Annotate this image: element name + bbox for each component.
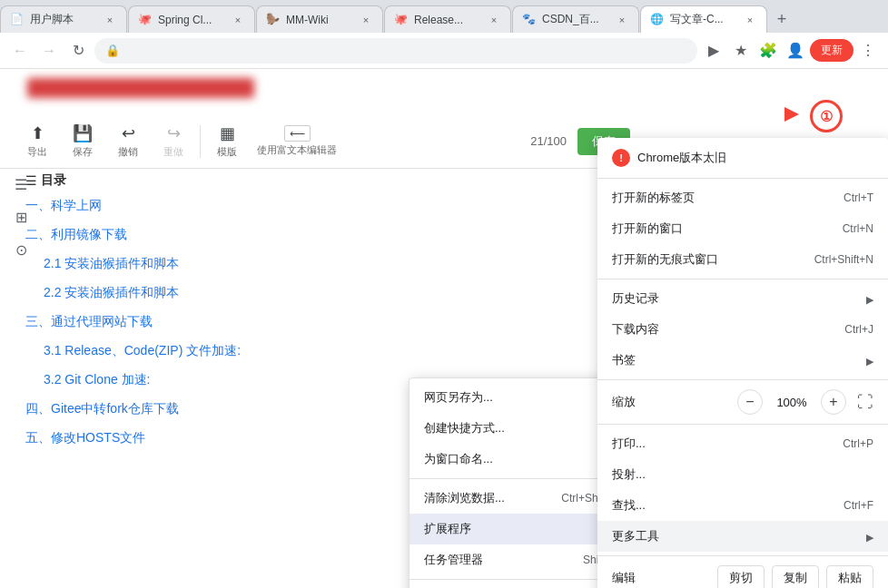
toc-item-3[interactable]: 三、通过代理网站下载 <box>25 314 241 330</box>
tab-title-1: 用户脚本 <box>30 12 97 27</box>
toc-subitem-3[interactable]: 3.1 Release、Code(ZIP) 文件加速: <box>44 343 241 359</box>
address-bar[interactable]: 🔒 <box>94 38 697 64</box>
export-button[interactable]: ⬆ 导出 <box>15 120 60 162</box>
chrome-incognito[interactable]: 打开新的无痕式窗口 Ctrl+Shift+N <box>597 244 888 275</box>
browser-chrome: 📄 用户脚本 × 🐙 Spring Cl... × 🦫 MM-Wiki × 🐙 … <box>0 0 888 69</box>
chrome-history-arrow <box>866 292 873 306</box>
save-toolbar-button[interactable]: 💾 保存 <box>60 120 105 162</box>
toc-subitem-2[interactable]: 2.2 安装油猴插件和脚本 <box>44 285 241 301</box>
tab-close-2[interactable]: × <box>231 13 245 27</box>
tab-4[interactable]: 🐙 Release... × <box>384 5 511 33</box>
chrome-find[interactable]: 查找... Ctrl+F <box>597 490 888 521</box>
export-icon: ⬆ <box>31 123 44 143</box>
extensions-button[interactable]: 🧩 <box>755 38 781 64</box>
chrome-bookmarks-label: 书签 <box>612 352 636 368</box>
tab-close-5[interactable]: × <box>615 13 629 27</box>
chrome-print-shortcut: Ctrl+P <box>843 437 873 450</box>
ctx-task-manager-label: 任务管理器 <box>424 552 483 568</box>
chrome-incognito-shortcut: Ctrl+Shift+N <box>814 253 873 266</box>
zoom-fullscreen-button[interactable]: ⛶ <box>857 393 873 412</box>
chrome-menu-sep-1 <box>597 178 888 179</box>
editor-mode-label: 使用富文本编辑器 <box>257 143 337 157</box>
annotation-circle-1: ① <box>810 100 843 132</box>
tab-add-button[interactable]: + <box>768 5 795 33</box>
chrome-history[interactable]: 历史记录 <box>597 283 888 314</box>
refresh-button[interactable]: ↻ <box>65 38 91 64</box>
redo-label: 重做 <box>163 145 183 159</box>
cut-button[interactable]: 剪切 <box>717 565 765 588</box>
chrome-menu: ! Chrome版本太旧 打开新的标签页 Ctrl+T 打开新的窗口 Ctrl+… <box>597 138 888 588</box>
tab-6[interactable]: 🌐 写文章-C... × <box>640 5 767 33</box>
menu-button[interactable]: ⋮ <box>855 38 881 64</box>
article-toolbar: ⬆ 导出 💾 保存 ↩ 撤销 ↪ 重做 ▦ 模版 ⟵ 使用富文本编辑器 21/1… <box>0 114 645 169</box>
tab-1[interactable]: 📄 用户脚本 × <box>0 5 127 33</box>
undo-label: 撤销 <box>118 145 138 159</box>
toc-item-4[interactable]: 四、Gitee中转fork仓库下载 <box>25 401 241 417</box>
chrome-find-label: 查找... <box>612 497 646 514</box>
chrome-downloads-shortcut: Ctrl+J <box>844 323 873 336</box>
chrome-more-tools[interactable]: 更多工具 <box>597 521 888 552</box>
chrome-cast[interactable]: 投射... <box>597 459 888 490</box>
chrome-version-icon: ! <box>612 149 630 167</box>
chrome-new-window-shortcut: Ctrl+N <box>843 222 873 235</box>
chrome-menu-sep-4 <box>597 424 888 425</box>
template-button[interactable]: ▦ 模版 <box>204 120 250 162</box>
ctx-create-shortcut-label: 创建快捷方式... <box>424 420 505 436</box>
toc-title: 目录 <box>41 172 66 189</box>
chrome-more-tools-label: 更多工具 <box>612 528 659 544</box>
profile-button[interactable]: 👤 <box>783 38 808 64</box>
chrome-downloads[interactable]: 下载内容 Ctrl+J <box>597 314 888 345</box>
ctx-extensions-label: 扩展程序 <box>424 521 471 537</box>
undo-icon: ↩ <box>122 123 135 143</box>
paste-button[interactable]: 粘贴 <box>826 565 873 588</box>
chrome-new-tab[interactable]: 打开新的标签页 Ctrl+T <box>597 182 888 213</box>
tab-3[interactable]: 🦫 MM-Wiki × <box>256 5 383 33</box>
undo-button[interactable]: ↩ 撤销 <box>105 120 151 162</box>
tab-close-4[interactable]: × <box>487 13 501 27</box>
tab-icon-3: 🦫 <box>266 13 281 27</box>
tab-bar: 📄 用户脚本 × 🐙 Spring Cl... × 🦫 MM-Wiki × 🐙 … <box>0 0 888 33</box>
zoom-out-button[interactable]: − <box>737 389 763 415</box>
arrow-annotation-1 <box>784 107 799 122</box>
copy-button[interactable]: 复制 <box>772 565 819 588</box>
tab-close-1[interactable]: × <box>103 13 117 27</box>
edit-buttons: 剪切 复制 粘贴 <box>717 565 873 588</box>
toc-subitem-4[interactable]: 3.2 Git Clone 加速: <box>44 372 241 388</box>
save-icon: 💾 <box>73 123 93 143</box>
chrome-print[interactable]: 打印... Ctrl+P <box>597 428 888 459</box>
back-button[interactable]: ← <box>7 38 33 64</box>
ctx-clear-data-label: 清除浏览数据... <box>424 490 505 506</box>
save-toolbar-label: 保存 <box>73 145 93 159</box>
bookmark-button[interactable]: ★ <box>728 38 754 64</box>
tab-5[interactable]: 🐾 CSDN_百... × <box>512 5 639 33</box>
editor-mode-button[interactable]: ⟵ 使用富文本编辑器 <box>250 122 344 161</box>
ctx-name-window-label: 为窗口命名... <box>424 451 493 467</box>
chrome-new-window[interactable]: 打开新的窗口 Ctrl+N <box>597 213 888 244</box>
tab-close-6[interactable]: × <box>743 13 757 27</box>
zoom-in-button[interactable]: + <box>821 389 846 415</box>
toc-item-2[interactable]: 二、利用镜像下载 <box>25 227 241 243</box>
zoom-percent: 100% <box>774 396 810 409</box>
toc-subitem-1[interactable]: 2.1 安装油猴插件和脚本 <box>44 256 241 272</box>
editor-mode-icon: ⟵ <box>284 125 311 142</box>
tab-2[interactable]: 🐙 Spring Cl... × <box>128 5 255 33</box>
chrome-new-tab-shortcut: Ctrl+T <box>844 191 873 204</box>
toc-item-1[interactable]: 一、科学上网 <box>25 198 241 214</box>
tab-title-4: Release... <box>414 14 481 26</box>
tab-close-3[interactable]: × <box>359 13 373 27</box>
chrome-incognito-label: 打开新的无痕式窗口 <box>612 251 718 268</box>
browser-toolbar: ← → ↻ 🔒 ▶ ★ 🧩 👤 更新 ⋮ <box>0 33 888 69</box>
page-content: ⬆ 导出 💾 保存 ↩ 撤销 ↪ 重做 ▦ 模版 ⟵ 使用富文本编辑器 21/1… <box>0 69 888 588</box>
update-button[interactable]: 更新 <box>810 39 853 62</box>
toc-items: 一、科学上网 二、利用镜像下载 2.1 安装油猴插件和脚本 2.2 安装油猴插件… <box>25 198 241 446</box>
lock-icon: 🔒 <box>105 44 120 57</box>
chrome-bookmarks[interactable]: 书签 <box>597 345 888 376</box>
ctx-save-page-label: 网页另存为... <box>424 389 493 406</box>
toc-item-5[interactable]: 五、修改HOSTS文件 <box>25 430 241 446</box>
redo-button[interactable]: ↪ 重做 <box>151 120 196 162</box>
tab-icon-2: 🐙 <box>138 13 153 27</box>
cast-button[interactable]: ▶ <box>701 38 726 64</box>
chrome-version-row: ! Chrome版本太旧 <box>597 142 888 174</box>
forward-button[interactable]: → <box>36 38 62 64</box>
tab-title-6: 写文章-C... <box>670 12 737 27</box>
